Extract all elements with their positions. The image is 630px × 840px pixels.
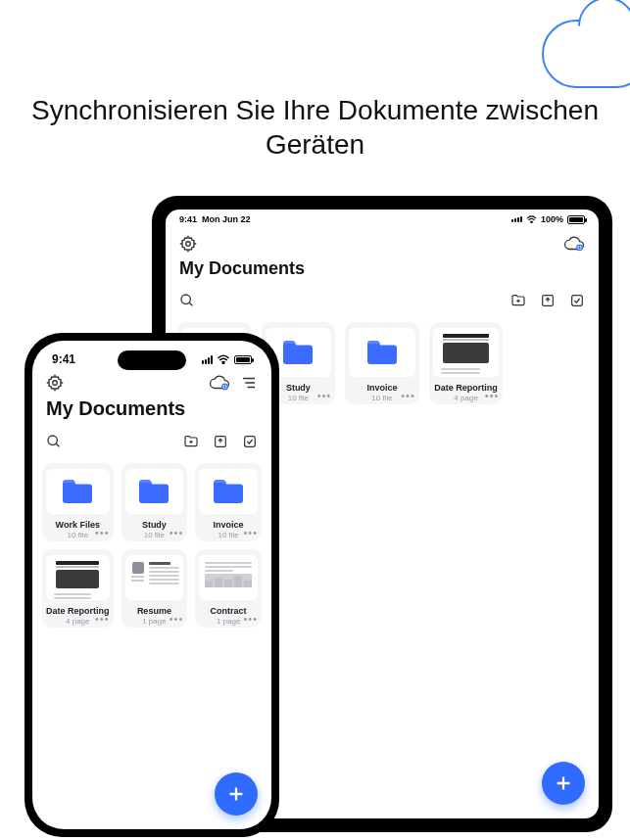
more-icon[interactable]: •••	[95, 528, 110, 538]
doc-thumbnail	[46, 555, 110, 600]
new-folder-icon[interactable]	[183, 434, 199, 449]
folder-icon	[46, 469, 110, 514]
more-icon[interactable]: •••	[317, 391, 332, 401]
doc-card[interactable]: Invoice10 file•••	[195, 463, 262, 541]
battery-icon	[567, 215, 585, 224]
folder-icon	[349, 328, 415, 377]
more-icon[interactable]: •••	[170, 614, 184, 625]
svg-point-0	[531, 222, 532, 223]
new-folder-icon[interactable]	[510, 293, 526, 308]
svg-point-1	[186, 242, 191, 247]
settings-icon[interactable]	[46, 374, 64, 392]
doc-thumbnail	[125, 555, 184, 600]
card-sub: 10 file	[288, 394, 309, 402]
select-icon[interactable]	[569, 293, 585, 308]
page-title: My Documents	[32, 397, 271, 428]
search-icon[interactable]	[179, 293, 195, 308]
svg-point-3	[181, 295, 190, 303]
select-icon[interactable]	[242, 434, 258, 449]
battery-pct: 100%	[541, 214, 563, 224]
card-sub: 1 page	[142, 617, 166, 626]
battery-icon	[234, 355, 252, 364]
signal-icon	[202, 355, 213, 364]
cloud-sync-icon[interactable]	[563, 236, 585, 252]
signal-icon	[511, 216, 522, 222]
menu-icon[interactable]	[240, 376, 258, 390]
page-title: My Documents	[166, 258, 599, 287]
svg-rect-11	[245, 437, 256, 447]
card-sub: 10 file	[144, 531, 165, 539]
doc-card[interactable]: Contract1 page•••	[195, 549, 262, 628]
ipad-time: 9:41	[179, 214, 197, 224]
wifi-icon	[526, 215, 537, 223]
folder-icon	[199, 469, 258, 514]
wifi-icon	[217, 354, 230, 364]
more-icon[interactable]: •••	[485, 391, 500, 401]
import-icon[interactable]	[540, 293, 556, 308]
card-sub: 10 file	[371, 394, 392, 402]
more-icon[interactable]: •••	[243, 614, 258, 625]
folder-icon	[125, 469, 184, 514]
svg-point-6	[222, 363, 223, 364]
iphone-time: 9:41	[52, 352, 75, 366]
search-icon[interactable]	[46, 434, 62, 449]
more-icon[interactable]: •••	[170, 528, 184, 538]
iphone-screen: 9:41 My Documents	[32, 341, 271, 829]
card-sub: 10 file	[218, 531, 238, 539]
card-sub: 4 page	[454, 394, 477, 402]
iphone-frame: 9:41 My Documents	[24, 333, 279, 837]
doc-thumbnail	[199, 555, 258, 600]
ipad-date: Mon Jun 22	[202, 214, 251, 224]
doc-card[interactable]: Resume1 page•••	[121, 549, 188, 628]
doc-card[interactable]: Date Reporting4 page•••	[42, 549, 114, 628]
card-sub: 10 file	[68, 531, 88, 539]
settings-icon[interactable]	[179, 235, 197, 253]
doc-card[interactable]: Date Reporting4 page•••	[429, 322, 504, 404]
doc-card[interactable]: Invoice10 file•••	[345, 322, 419, 404]
iphone-grid: Work Files10 file•••Study10 file•••Invoi…	[32, 459, 271, 631]
more-icon[interactable]: •••	[401, 391, 415, 401]
import-icon[interactable]	[213, 434, 228, 449]
svg-rect-5	[572, 296, 583, 306]
more-icon[interactable]: •••	[95, 614, 110, 625]
headline: Synchronisieren Sie Ihre Dokumente zwisc…	[0, 0, 630, 162]
doc-card[interactable]: Work Files10 file•••	[42, 463, 114, 541]
doc-thumbnail	[433, 328, 500, 377]
svg-point-7	[53, 381, 58, 386]
card-sub: 1 page	[217, 617, 240, 626]
add-button[interactable]	[215, 772, 258, 816]
doc-card[interactable]: Study10 file•••	[121, 463, 188, 541]
card-sub: 4 page	[66, 617, 89, 626]
more-icon[interactable]: •••	[243, 528, 258, 538]
svg-point-9	[48, 436, 57, 444]
cloud-sync-icon[interactable]	[209, 375, 230, 391]
ipad-status-bar: 9:41 Mon Jun 22 100%	[166, 210, 599, 229]
add-button[interactable]	[542, 762, 585, 805]
notch	[118, 350, 186, 370]
